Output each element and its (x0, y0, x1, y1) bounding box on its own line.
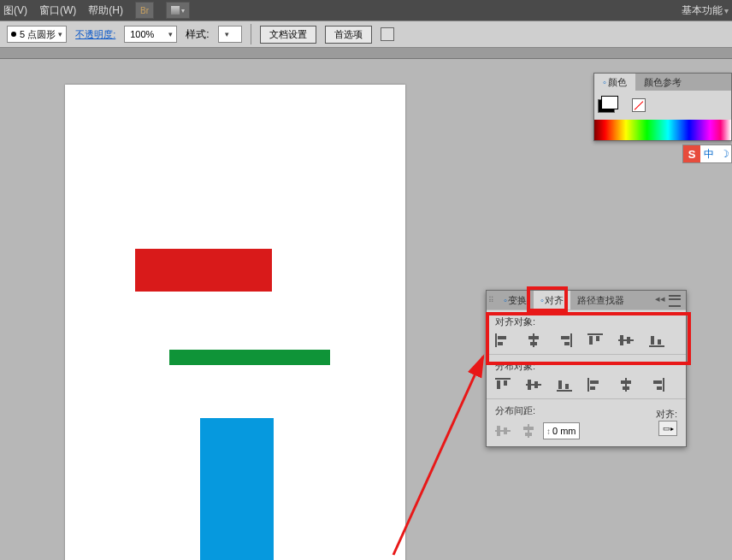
separator (251, 24, 251, 44)
document-setup-button[interactable]: 文档设置 (260, 26, 316, 44)
align-objects-label: 对齐对象: (495, 315, 677, 328)
panel-grip[interactable]: ⠿ (487, 296, 497, 304)
distribute-spacing-section: 分布间距: 0 mm 对齐: ▭ (487, 398, 686, 446)
stroke-profile-dropdown[interactable]: 5 点圆形 (7, 26, 67, 43)
align-to-dropdown[interactable]: ▭ (658, 421, 677, 436)
align-to-label: 对齐: (653, 408, 677, 421)
menu-bar: 图(V) 窗口(W) 帮助(H) Br 基本功能 (0, 0, 732, 21)
spacing-value-input[interactable]: 0 mm (543, 422, 580, 439)
arrange-docs-button[interactable] (166, 2, 190, 19)
align-hcenter-button[interactable] (526, 333, 541, 347)
panel-collapse-icon[interactable]: ◂◂ (655, 293, 665, 304)
ime-mode-icon[interactable]: ☽ (717, 145, 731, 162)
tab-color-guide[interactable]: 颜色参考 (635, 74, 690, 91)
hdist-center-button[interactable] (618, 378, 634, 392)
align-panel: ⠿ ◦变换 ◦对齐 路径查找器 ◂◂ 对齐对象: 分布对象: (486, 290, 687, 447)
fill-swatch[interactable] (601, 96, 618, 109)
align-objects-section: 对齐对象: (487, 309, 686, 354)
opacity-input[interactable] (128, 28, 166, 40)
color-spectrum[interactable] (594, 120, 731, 140)
workspace-switcher[interactable]: 基本功能 (682, 3, 729, 18)
preferences-button[interactable]: 首选项 (325, 26, 372, 44)
align-right-button[interactable] (557, 333, 572, 347)
color-panel-tabs: ◦颜色 颜色参考 (594, 74, 731, 91)
options-extra-icon[interactable] (381, 27, 394, 41)
align-top-button[interactable] (587, 333, 603, 347)
tab-pathfinder[interactable]: 路径查找器 (570, 291, 631, 309)
panel-menu-icon[interactable] (669, 295, 681, 307)
tab-color[interactable]: ◦颜色 (594, 74, 635, 91)
options-bar: 5 点圆形 不透明度: 样式: 文档设置 首选项 (0, 21, 732, 48)
main-area: ◦颜色 颜色参考 S 中 ☽ ⠿ ◦变换 ◦对齐 路径查找器 ◂◂ 对齐对象: (0, 59, 732, 560)
color-panel: ◦颜色 颜色参考 (593, 73, 732, 141)
document-tab-strip (0, 48, 732, 59)
hdist-left-button[interactable] (587, 378, 603, 392)
green-rectangle[interactable] (169, 350, 330, 365)
opacity-label[interactable]: 不透明度: (75, 28, 115, 41)
ime-indicator: S 中 ☽ (682, 144, 732, 163)
fill-stroke-swatches[interactable] (594, 91, 731, 120)
ime-lang[interactable]: 中 (700, 145, 717, 162)
vdist-center-button[interactable] (526, 378, 541, 392)
align-vcenter-button[interactable] (618, 333, 634, 347)
vdist-bottom-button[interactable] (557, 378, 572, 392)
ime-brand-icon[interactable]: S (683, 145, 700, 162)
tab-align[interactable]: ◦对齐 (534, 291, 570, 309)
tab-transform[interactable]: ◦变换 (497, 291, 534, 309)
distribute-objects-label: 分布对象: (495, 360, 677, 373)
style-dropdown[interactable] (218, 26, 242, 43)
dot-icon (11, 32, 16, 37)
hdist-right-button[interactable] (649, 378, 664, 392)
none-swatch[interactable] (632, 98, 646, 112)
hspace-button[interactable] (521, 424, 536, 438)
vdist-top-button[interactable] (495, 378, 511, 392)
style-label: 样式: (186, 27, 209, 42)
menu-help[interactable]: 帮助(H) (88, 3, 123, 18)
align-left-button[interactable] (495, 333, 511, 347)
distribute-objects-section: 分布对象: (487, 354, 686, 398)
align-bottom-button[interactable] (649, 333, 664, 347)
menu-view[interactable]: 图(V) (3, 3, 27, 18)
vspace-button[interactable] (495, 424, 511, 438)
blue-rectangle[interactable] (200, 418, 274, 560)
menu-window[interactable]: 窗口(W) (39, 3, 76, 18)
svg-line-0 (393, 357, 483, 555)
opacity-dropdown[interactable] (124, 26, 177, 43)
distribute-spacing-label: 分布间距: (495, 404, 580, 417)
align-panel-tabs: ⠿ ◦变换 ◦对齐 路径查找器 ◂◂ (487, 291, 686, 309)
stroke-profile-value: 5 点圆形 (20, 28, 56, 41)
bridge-button[interactable]: Br (135, 2, 154, 19)
red-rectangle[interactable] (135, 249, 272, 292)
